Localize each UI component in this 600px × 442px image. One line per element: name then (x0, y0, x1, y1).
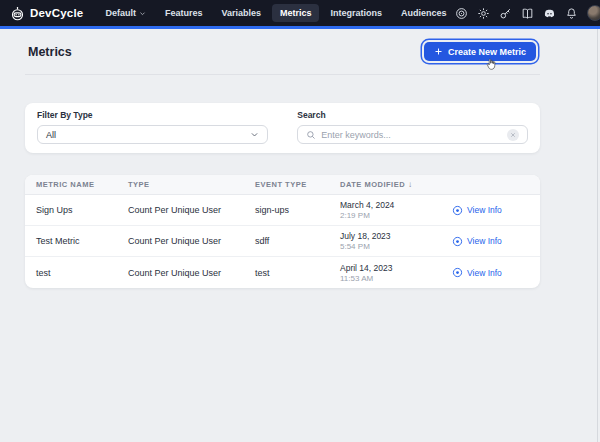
table-row: Sign Ups Count Per Unique User sign-ups … (25, 195, 540, 226)
chevron-down-icon (250, 130, 259, 139)
eye-icon (452, 205, 463, 216)
create-button-label: Create New Metric (448, 47, 526, 57)
metric-name-cell: Test Metric (36, 236, 128, 246)
eye-icon (452, 236, 463, 247)
content-area: Metrics Create New Metric Filter By Type… (25, 29, 540, 288)
page-title: Metrics (25, 45, 72, 59)
devcycle-logo[interactable]: DevCycle (10, 6, 83, 21)
type-cell: Count Per Unique User (128, 236, 255, 246)
robot-logo-icon (10, 6, 25, 21)
event-type-cell: test (255, 268, 340, 278)
type-filter-select[interactable]: All (37, 125, 268, 144)
table-row: Test Metric Count Per Unique User sdff J… (25, 226, 540, 257)
nav-actions (455, 5, 600, 21)
metrics-table: METRIC NAME TYPE EVENT TYPE DATE MODIFIE… (25, 175, 540, 288)
search-icon (306, 130, 316, 140)
nav-item-variables[interactable]: Variables (213, 4, 269, 22)
filter-by-type-block: Filter By Type All (37, 110, 268, 144)
nav-item-label: Integrations (330, 8, 382, 18)
date-modified-cell: March 4, 2024 2:19 PM (340, 200, 452, 220)
date-modified-cell: April 14, 2023 11:53 AM (340, 263, 452, 283)
nav-item-integrations[interactable]: Integrations (322, 4, 390, 22)
view-info-link[interactable]: View Info (452, 205, 502, 216)
search-label: Search (297, 110, 528, 120)
filter-by-type-label: Filter By Type (37, 110, 268, 120)
search-input[interactable] (321, 130, 502, 140)
column-header-date-modified[interactable]: DATE MODIFIED ↓ (340, 180, 452, 189)
search-box (297, 125, 528, 144)
plus-icon (434, 47, 443, 56)
nav-item-audiences[interactable]: Audiences (393, 4, 455, 22)
type-cell: Count Per Unique User (128, 205, 255, 215)
metric-name-cell: Sign Ups (36, 205, 128, 215)
event-type-cell: sign-ups (255, 205, 340, 215)
sort-desc-icon: ↓ (408, 180, 413, 189)
column-header-event-type[interactable]: EVENT TYPE (255, 180, 340, 189)
date-modified-cell: July 18, 2023 5:54 PM (340, 231, 452, 251)
column-header-metric-name[interactable]: METRIC NAME (36, 180, 128, 189)
eye-icon (452, 267, 463, 278)
table-header-row: METRIC NAME TYPE EVENT TYPE DATE MODIFIE… (25, 175, 540, 195)
search-block: Search (297, 110, 528, 144)
window-edge-divider (597, 29, 598, 442)
nav-item-features[interactable]: Features (157, 4, 211, 22)
metric-name-cell: test (36, 268, 128, 278)
chevron-down-icon (139, 10, 146, 17)
nav-item-label: Metrics (280, 8, 312, 18)
view-info-link[interactable]: View Info (452, 236, 502, 247)
page-header: Metrics Create New Metric (25, 29, 540, 75)
nav-menu: Default Features Variables Metrics Integ… (97, 4, 454, 22)
view-info-link[interactable]: View Info (452, 267, 502, 278)
nav-item-label: Default (105, 8, 136, 18)
key-icon[interactable] (499, 7, 512, 20)
column-header-type[interactable]: TYPE (128, 180, 255, 189)
target-icon[interactable] (455, 7, 468, 20)
table-row: test Count Per Unique User test April 14… (25, 257, 540, 288)
nav-item-metrics[interactable]: Metrics (272, 4, 320, 22)
bell-icon[interactable] (565, 7, 578, 20)
discord-icon[interactable] (543, 7, 556, 20)
nav-item-default[interactable]: Default (97, 4, 154, 22)
filter-bar: Filter By Type All Search (25, 103, 540, 153)
gear-icon[interactable] (477, 7, 490, 20)
book-icon[interactable] (521, 7, 534, 20)
nav-item-label: Audiences (401, 8, 447, 18)
user-avatar[interactable] (587, 5, 600, 21)
top-navbar: DevCycle Default Features Variables Metr… (0, 0, 600, 26)
brand-name: DevCycle (30, 7, 83, 19)
event-type-cell: sdff (255, 236, 340, 246)
type-filter-value: All (46, 130, 56, 140)
nav-item-label: Variables (221, 8, 261, 18)
close-icon (510, 132, 516, 138)
clear-search-button[interactable] (507, 129, 519, 141)
nav-item-label: Features (165, 8, 203, 18)
type-cell: Count Per Unique User (128, 268, 255, 278)
create-new-metric-button[interactable]: Create New Metric (424, 42, 536, 61)
